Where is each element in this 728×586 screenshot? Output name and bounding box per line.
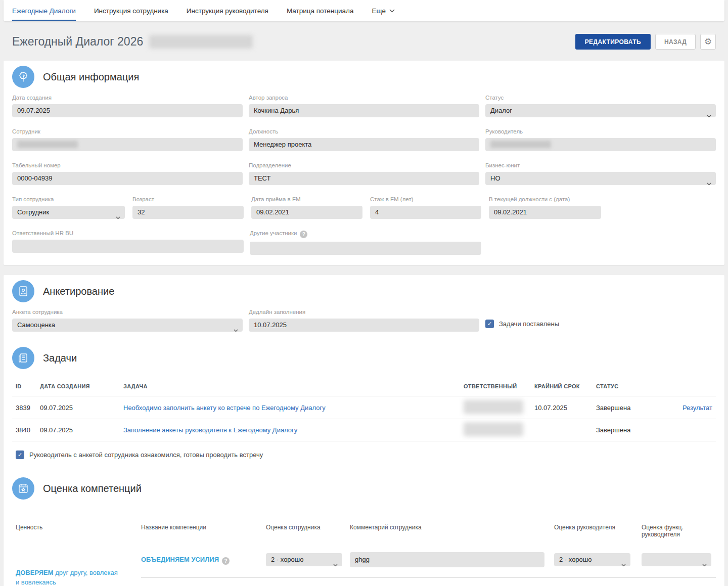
tab-label: Матрица потенциала bbox=[287, 7, 354, 15]
back-button[interactable]: НАЗАД bbox=[655, 34, 696, 50]
manager-ack-checkbox-row: ✓ Руководитель с анкетой сотрудника озна… bbox=[12, 450, 716, 459]
manager-rating-select[interactable]: 2 - хорошо bbox=[554, 553, 630, 566]
gear-icon: ⚙ bbox=[704, 36, 712, 47]
employee-type-select[interactable]: Сотрудник bbox=[12, 206, 125, 219]
business-unit-value: НО bbox=[490, 174, 500, 182]
tree-icon bbox=[12, 66, 34, 88]
competency-name[interactable]: ОБЪЕДИНЯЕМ УСИЛИЯ bbox=[141, 556, 219, 563]
competency-row: РАСТЁМ ВМЕСТЕ? 2 - хорошо gggg 1 - слабо bbox=[141, 577, 716, 586]
chevron-down-icon bbox=[702, 558, 707, 566]
position-field: Менеджер проекта bbox=[249, 138, 479, 151]
employee-form-value: Самооценка bbox=[17, 321, 55, 329]
survey-header: Анкетирование bbox=[12, 280, 716, 302]
field-label: В текущей должности с (дата) bbox=[489, 196, 601, 202]
column-header: ID bbox=[16, 383, 40, 389]
main-card: Анкетирование Анкета сотрудника Самооцен… bbox=[4, 275, 724, 586]
help-icon[interactable]: ? bbox=[222, 557, 230, 565]
hr-responsible-field[interactable] bbox=[12, 240, 244, 253]
field-hr-responsible: Ответственный HR BU bbox=[12, 230, 244, 255]
column-header: Ценность bbox=[16, 524, 141, 538]
competency-row: ОБЪЕДИНЯЕМ УСИЛИЯ? 2 - хорошо ghgg 2 - х… bbox=[141, 542, 716, 577]
business-unit-select[interactable]: НО bbox=[485, 172, 716, 185]
task-link[interactable]: Необходимо заполнить анкету ко встрече п… bbox=[123, 404, 326, 412]
tab-potential-matrix[interactable]: Матрица потенциала bbox=[287, 0, 354, 21]
chevron-down-icon bbox=[707, 177, 711, 185]
tasks-set-checkbox-row: ✓ Задачи поставлены bbox=[485, 320, 716, 328]
help-icon[interactable]: ? bbox=[300, 231, 307, 238]
request-author-field: Кочкина Дарья bbox=[249, 104, 479, 117]
status-value: Диалог bbox=[490, 107, 512, 114]
table-row: 3840 09.07.2025 Заполнение анкеты руково… bbox=[12, 419, 716, 441]
edit-button[interactable]: РЕДАКТИРОВАТЬ bbox=[575, 34, 651, 50]
employee-type-value: Сотрудник bbox=[17, 208, 49, 216]
settings-button[interactable]: ⚙ bbox=[700, 34, 716, 50]
table-row: 3839 09.07.2025 Необходимо заполнить анк… bbox=[12, 396, 716, 419]
redacted-responsible bbox=[464, 422, 523, 436]
checkbox-checked-icon[interactable]: ✓ bbox=[16, 450, 24, 459]
top-tab-bar: Ежегодные Диалоги Инструкция сотрудника … bbox=[4, 0, 724, 21]
task-status: Завершена bbox=[596, 404, 657, 412]
field-label: Другие участники? bbox=[250, 230, 481, 238]
tab-manager-instruction[interactable]: Инструкция руководителя bbox=[187, 0, 268, 21]
value-group-label: ДОВЕРЯЕМ друг другу, вовлекая и вовлекая… bbox=[16, 542, 141, 586]
field-position: Должность Менеджер проекта bbox=[249, 128, 479, 151]
current-position-since-field: 09.02.2021 bbox=[489, 206, 601, 219]
tenure-field: 4 bbox=[370, 206, 481, 219]
field-label: Ответственный HR BU bbox=[12, 230, 244, 236]
field-request-author: Автор запроса Кочкина Дарья bbox=[249, 95, 479, 117]
general-info-header: Общая информация bbox=[12, 66, 716, 88]
section-title: Анкетирование bbox=[43, 286, 114, 297]
field-label: Возраст bbox=[132, 196, 244, 202]
task-link[interactable]: Заполнение анкеты руководителя к Ежегодн… bbox=[123, 426, 297, 434]
tasks-list-icon bbox=[12, 347, 34, 369]
task-id: 3840 bbox=[16, 426, 40, 434]
chevron-down-icon bbox=[234, 324, 238, 332]
employee-form-select[interactable]: Самооценка bbox=[12, 319, 243, 332]
page-title: Ежегодный Диалог 2026 bbox=[12, 35, 253, 49]
column-header: Комментарий сотрудника bbox=[350, 524, 554, 538]
func-manager-rating-select[interactable] bbox=[642, 553, 711, 566]
tab-annual-dialogs[interactable]: Ежегодные Диалоги bbox=[12, 0, 76, 21]
field-label: Анкета сотрудника bbox=[12, 309, 243, 315]
created-date-field: 09.07.2025 bbox=[12, 104, 243, 117]
field-tasks-set: ✓ Задачи поставлены bbox=[485, 309, 716, 332]
general-info-card: Общая информация Дата создания 09.07.202… bbox=[4, 61, 724, 265]
page-header: Ежегодный Диалог 2026 РЕДАКТИРОВАТЬ НАЗА… bbox=[0, 21, 728, 61]
field-label: Статус bbox=[485, 95, 716, 101]
field-label: Дата создания bbox=[12, 95, 243, 101]
chevron-down-icon bbox=[707, 109, 711, 117]
column-header: ДАТА СОЗДАНИЯ bbox=[40, 383, 123, 389]
result-link[interactable]: Результат bbox=[682, 404, 712, 412]
employee-field bbox=[12, 138, 243, 151]
column-header: СТАТУС bbox=[596, 383, 657, 389]
field-label: Дедлайн заполнения bbox=[249, 309, 479, 315]
tab-label: Инструкция сотрудника bbox=[94, 7, 168, 15]
status-select[interactable]: Диалог bbox=[485, 104, 716, 117]
field-hire-date: Дата приёма в FM 09.02.2021 bbox=[251, 196, 362, 219]
redacted-manager bbox=[490, 141, 551, 148]
hire-date-field: 09.02.2021 bbox=[251, 206, 362, 219]
tab-more[interactable]: Еще bbox=[372, 0, 394, 21]
chevron-down-icon bbox=[116, 211, 120, 219]
tasks-table: ID ДАТА СОЗДАНИЯ ЗАДАЧА ОТВЕТСТВЕННЫЙ КР… bbox=[12, 383, 716, 441]
other-participants-field[interactable] bbox=[250, 242, 481, 255]
field-label: Табельный номер bbox=[12, 162, 243, 168]
field-tenure: Стаж в FM (лет) 4 bbox=[370, 196, 481, 219]
field-label: Должность bbox=[249, 128, 479, 134]
tab-employee-instruction[interactable]: Инструкция сотрудника bbox=[94, 0, 168, 21]
department-field: ТЕСТ bbox=[249, 172, 479, 185]
tasks-header: Задачи bbox=[12, 347, 716, 369]
tab-label: Инструкция руководителя bbox=[187, 7, 268, 15]
field-label: Дата приёма в FM bbox=[251, 196, 362, 202]
competency-value-group: ДОВЕРЯЕМ друг другу, вовлекая и вовлекая… bbox=[12, 542, 716, 586]
field-label: Бизнес-юнит bbox=[485, 162, 716, 168]
checkbox-checked-icon[interactable]: ✓ bbox=[485, 320, 494, 328]
employee-comment-input[interactable]: ghgg bbox=[350, 552, 544, 567]
self-rating-select[interactable]: 2 - хорошо bbox=[266, 553, 342, 566]
column-header: ОТВЕТСТВЕННЫЙ bbox=[464, 383, 534, 389]
column-header: Оценка сотрудника bbox=[266, 524, 350, 538]
tasks-set-label: Задачи поставлены bbox=[499, 320, 559, 328]
column-header: ЗАДАЧА bbox=[123, 383, 464, 389]
redacted-employee bbox=[17, 141, 78, 148]
field-employee: Сотрудник bbox=[12, 128, 243, 151]
